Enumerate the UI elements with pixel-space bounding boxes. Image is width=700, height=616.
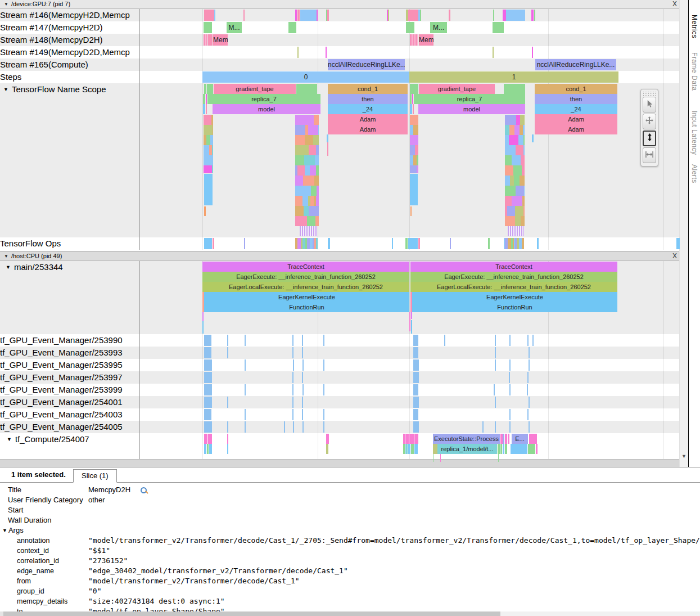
trace-slice[interactable] [433,444,437,454]
trace-slice[interactable] [323,335,324,346]
trace-slice[interactable] [410,34,418,46]
trace-slice[interactable] [206,94,207,104]
trace-slice[interactable] [204,206,206,216]
trace-slice[interactable] [302,409,303,420]
horizontal-scrollbar[interactable] [0,611,700,616]
trace-slice[interactable] [227,421,228,433]
trace-slice[interactable] [523,135,525,145]
trace-slice[interactable] [521,155,525,165]
trace-slice[interactable] [529,347,530,358]
trace-slice[interactable]: EagerKernelExecute [204,292,409,302]
trace-slice[interactable] [311,186,317,196]
trace-slice[interactable] [493,22,504,33]
trace-slice[interactable] [212,145,213,155]
trace-slice[interactable] [409,312,410,331]
trace-slice[interactable] [245,335,246,346]
trace-slice[interactable]: replica_7 [414,94,525,104]
trace-slice[interactable] [314,115,319,125]
trace-slice[interactable] [514,176,520,186]
trace-slice[interactable] [405,444,408,454]
trace-slice[interactable] [303,176,314,186]
side-tab-frame-data[interactable]: Frame Data [690,52,698,91]
trace-slice[interactable] [411,444,414,454]
trace-slice[interactable] [440,454,441,462]
scroll-down-arrow-icon[interactable]: ▼ [681,453,687,459]
trace-slice[interactable] [327,10,329,21]
trace-slice[interactable] [209,444,212,454]
trace-slice[interactable]: model [213,104,320,114]
trace-slice[interactable] [509,372,510,383]
trace-slice[interactable] [292,335,293,346]
trace-slice[interactable] [204,359,212,371]
trace-slice[interactable] [522,165,525,176]
trace-slice[interactable] [495,359,496,371]
trace-slice[interactable]: model [418,104,525,114]
trace-slice[interactable] [528,444,535,454]
palette-grip-handle[interactable] [643,91,656,96]
trace-slice[interactable] [211,115,213,125]
flame-stripe-block[interactable] [508,226,524,236]
trace-slice[interactable] [295,10,297,21]
trace-slice[interactable] [302,359,304,371]
trace-slice[interactable] [204,165,212,173]
trace-slice[interactable] [317,186,319,196]
trace-slice[interactable] [420,10,421,21]
trace-slice[interactable] [522,196,525,206]
trace-slice[interactable] [495,335,496,346]
trace-slice[interactable] [297,47,299,58]
trace-slice[interactable] [295,125,305,135]
trace-slice[interactable]: Mem [419,34,433,46]
trace-slice[interactable] [488,238,490,249]
trace-slice[interactable] [392,238,393,249]
trace-slice[interactable]: ncclAllReduceRingLLKe... [328,59,405,70]
trace-slice[interactable] [516,186,524,196]
collapse-arrow-icon[interactable]: ▼ [2,528,7,533]
tool-timing-button[interactable] [643,147,656,163]
trace-slice[interactable] [509,125,514,135]
trace-slice[interactable] [493,47,494,58]
trace-slice[interactable] [295,155,302,165]
trace-slice[interactable] [245,421,246,433]
trace-slice[interactable] [504,84,525,94]
trace-slice[interactable] [498,444,500,454]
trace-slice[interactable] [515,216,521,226]
args-section-header[interactable]: ▼Args [0,525,700,536]
trace-slice[interactable] [203,94,205,104]
trace-slice[interactable] [410,84,418,94]
trace-slice[interactable] [531,10,534,21]
trace-slice[interactable] [512,155,521,165]
trace-slice[interactable] [315,216,319,226]
trace-slice[interactable] [516,145,523,155]
trace-slice[interactable] [536,444,538,454]
trace-slice[interactable] [204,22,212,33]
trace-slice[interactable] [405,434,409,444]
trace-slice[interactable] [302,421,304,433]
trace-slice[interactable]: FunctionRun [412,302,617,312]
side-tab-input-latency[interactable]: Input Latency [690,111,698,155]
trace-slice[interactable]: then [535,94,617,104]
trace-slice[interactable] [304,206,309,216]
trace-slice[interactable] [494,384,495,395]
trace-slice[interactable] [410,94,412,104]
trace-slice[interactable] [293,421,294,433]
trace-slice[interactable] [296,84,317,94]
trace-slice[interactable] [507,206,515,216]
trace-slice[interactable] [509,409,511,420]
trace-slice[interactable] [520,176,525,186]
trace-slice[interactable] [529,434,537,444]
trace-slice[interactable] [317,10,318,21]
trace-slice[interactable] [245,359,246,371]
trace-slice[interactable] [204,444,206,454]
trace-slice[interactable] [410,104,412,114]
trace-slice[interactable] [323,409,324,420]
trace-slice[interactable] [295,115,304,125]
gpu-panel-header[interactable]: ▼/device:GPU:7 (pid 7) X [0,0,679,9]
trace-slice[interactable] [408,444,410,454]
trace-slice[interactable] [509,384,511,395]
trace-slice[interactable] [505,125,509,135]
trace-slice[interactable]: M... [227,22,242,33]
trace-slice[interactable] [523,125,525,135]
trace-slice[interactable] [227,397,228,408]
trace-slice[interactable] [413,125,418,135]
trace-slice[interactable] [318,125,319,135]
